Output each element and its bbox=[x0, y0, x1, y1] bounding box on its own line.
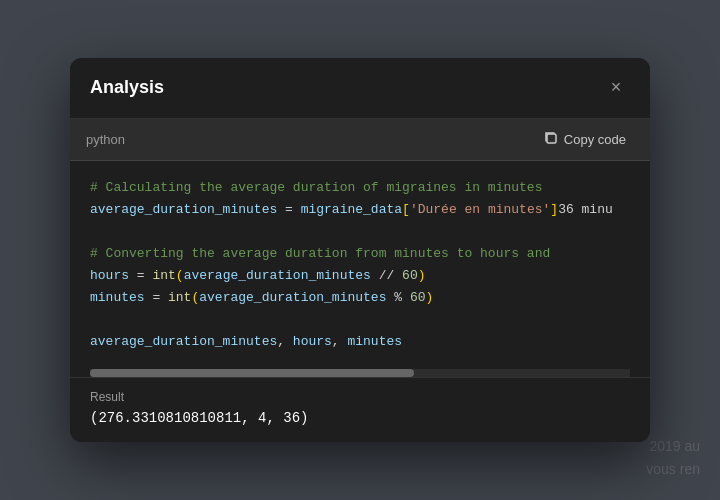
code-comment-2: # Converting the average duration from m… bbox=[90, 246, 550, 261]
copy-code-label: Copy code bbox=[564, 132, 626, 147]
modal-overlay: Analysis × python Copy code # Calculatin… bbox=[0, 0, 720, 500]
code-block: # Calculating the average duration of mi… bbox=[70, 161, 650, 370]
modal-title: Analysis bbox=[90, 77, 164, 98]
svg-rect-0 bbox=[547, 134, 556, 143]
code-language: python bbox=[86, 132, 125, 147]
code-comment-1: # Calculating the average duration of mi… bbox=[90, 180, 542, 195]
result-section: Result (276.3310810810811, 4, 36) bbox=[70, 377, 650, 442]
modal-header: Analysis × bbox=[70, 58, 650, 119]
copy-code-button[interactable]: Copy code bbox=[536, 127, 634, 152]
result-value: (276.3310810810811, 4, 36) bbox=[90, 410, 630, 426]
copy-icon bbox=[544, 131, 558, 148]
scrollbar-thumb[interactable] bbox=[90, 369, 414, 377]
modal: Analysis × python Copy code # Calculatin… bbox=[70, 58, 650, 443]
code-toolbar: python Copy code bbox=[70, 119, 650, 161]
code-var-1: average_duration_minutes bbox=[90, 202, 277, 217]
result-label: Result bbox=[90, 390, 630, 404]
scrollbar-track[interactable] bbox=[90, 369, 630, 377]
close-button[interactable]: × bbox=[602, 74, 630, 102]
